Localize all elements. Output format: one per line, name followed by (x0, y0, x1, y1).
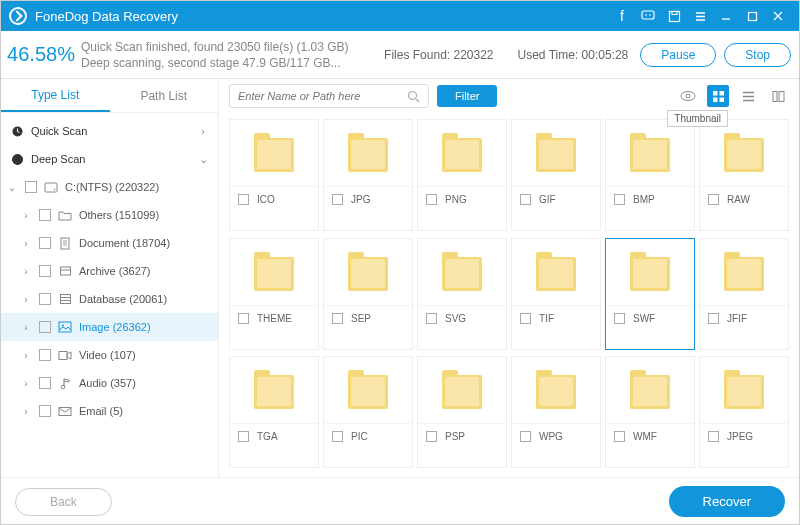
feedback-icon[interactable] (635, 3, 661, 29)
checkbox[interactable] (238, 194, 249, 205)
folder-card[interactable]: SVG (417, 238, 507, 350)
app-logo-icon (9, 7, 27, 25)
folder-name: SVG (445, 313, 466, 324)
tree-item-email[interactable]: ›Email (5) (1, 397, 218, 425)
checkbox[interactable] (426, 431, 437, 442)
stop-button[interactable]: Stop (724, 43, 791, 67)
scan-percent: 46.58% (1, 43, 81, 66)
checkbox[interactable] (426, 313, 437, 324)
pause-button[interactable]: Pause (640, 43, 716, 67)
checkbox[interactable] (332, 194, 343, 205)
view-detail-button[interactable] (767, 85, 789, 107)
tab-type-list[interactable]: Type List (1, 79, 110, 112)
folder-card[interactable]: WPG (511, 356, 601, 468)
view-list-button[interactable] (737, 85, 759, 107)
checkbox[interactable] (614, 313, 625, 324)
folder-card[interactable]: BMP (605, 119, 695, 231)
back-button[interactable]: Back (15, 488, 112, 516)
checkbox[interactable] (238, 431, 249, 442)
maximize-icon[interactable] (739, 3, 765, 29)
checkbox[interactable] (39, 377, 51, 389)
folder-name: TGA (257, 431, 278, 442)
svg-rect-3 (669, 11, 679, 21)
tree-quick-scan[interactable]: Quick Scan › (1, 117, 218, 145)
checkbox[interactable] (25, 181, 37, 193)
checkbox[interactable] (708, 194, 719, 205)
checkbox[interactable] (238, 313, 249, 324)
chevron-right-icon: › (196, 125, 210, 137)
tree-label: Video (107) (79, 349, 210, 361)
tree-item-folder[interactable]: ›Others (151099) (1, 201, 218, 229)
filter-button[interactable]: Filter (437, 85, 497, 107)
folder-card[interactable]: ICO (229, 119, 319, 231)
checkbox[interactable] (39, 349, 51, 361)
checkbox[interactable] (39, 209, 51, 221)
checkbox[interactable] (614, 431, 625, 442)
tree-label: Deep Scan (31, 153, 196, 165)
search-input[interactable] (229, 84, 429, 108)
recover-button[interactable]: Recover (669, 486, 785, 517)
minimize-icon[interactable] (713, 3, 739, 29)
folder-icon (348, 375, 388, 409)
tree-item-video[interactable]: ›Video (107) (1, 341, 218, 369)
tree-item-image[interactable]: ›Image (26362) (1, 313, 218, 341)
video-icon (57, 348, 73, 362)
svg-point-2 (649, 14, 651, 16)
save-icon[interactable] (661, 3, 687, 29)
archive-icon (57, 264, 73, 278)
folder-card[interactable]: SEP (323, 238, 413, 350)
folder-card[interactable]: SWF (605, 238, 695, 350)
folder-card[interactable]: GIF (511, 119, 601, 231)
found-label: Files Found: (384, 48, 450, 62)
checkbox[interactable] (39, 293, 51, 305)
svg-rect-23 (713, 97, 718, 102)
checkbox[interactable] (332, 313, 343, 324)
folder-card[interactable]: PNG (417, 119, 507, 231)
tree-item-db[interactable]: ›Database (20061) (1, 285, 218, 313)
tree-drive[interactable]: ⌄ C:(NTFS) (220322) (1, 173, 218, 201)
preview-icon[interactable] (677, 85, 699, 107)
folder-card[interactable]: JPEG (699, 356, 789, 468)
tree-item-archive[interactable]: ›Archive (3627) (1, 257, 218, 285)
folder-card[interactable]: JPG (323, 119, 413, 231)
tree-item-doc[interactable]: ›Document (18704) (1, 229, 218, 257)
tree-label: Database (20061) (79, 293, 210, 305)
checkbox[interactable] (332, 431, 343, 442)
folder-card[interactable]: TIF (511, 238, 601, 350)
svg-point-18 (409, 91, 417, 99)
folder-card[interactable]: TGA (229, 356, 319, 468)
folder-icon (442, 375, 482, 409)
tree-deep-scan[interactable]: Deep Scan ⌄ (1, 145, 218, 173)
folder-name: PNG (445, 194, 467, 205)
search-field[interactable] (238, 90, 407, 102)
folder-card[interactable]: PSP (417, 356, 507, 468)
svg-rect-24 (719, 97, 724, 102)
tab-path-list[interactable]: Path List (110, 79, 219, 112)
folder-name: JPG (351, 194, 370, 205)
scan-lines: Quick Scan finished, found 23050 file(s)… (81, 39, 384, 71)
checkbox[interactable] (39, 265, 51, 277)
close-icon[interactable] (765, 3, 791, 29)
checkbox[interactable] (614, 194, 625, 205)
image-icon (57, 320, 73, 334)
tree-item-audio[interactable]: ›Audio (357) (1, 369, 218, 397)
chevron-down-icon: ⌄ (196, 153, 210, 166)
folder-card[interactable]: THEME (229, 238, 319, 350)
view-thumbnail-button[interactable]: Thumbnail (707, 85, 729, 107)
checkbox[interactable] (426, 194, 437, 205)
menu-icon[interactable] (687, 3, 713, 29)
checkbox[interactable] (708, 431, 719, 442)
checkbox[interactable] (39, 321, 51, 333)
facebook-icon[interactable]: f (609, 3, 635, 29)
checkbox[interactable] (708, 313, 719, 324)
checkbox[interactable] (39, 405, 51, 417)
folder-card[interactable]: RAW (699, 119, 789, 231)
checkbox[interactable] (520, 431, 531, 442)
checkbox[interactable] (520, 194, 531, 205)
folder-name: ICO (257, 194, 275, 205)
folder-card[interactable]: WMF (605, 356, 695, 468)
checkbox[interactable] (39, 237, 51, 249)
folder-card[interactable]: JFIF (699, 238, 789, 350)
checkbox[interactable] (520, 313, 531, 324)
folder-card[interactable]: PIC (323, 356, 413, 468)
